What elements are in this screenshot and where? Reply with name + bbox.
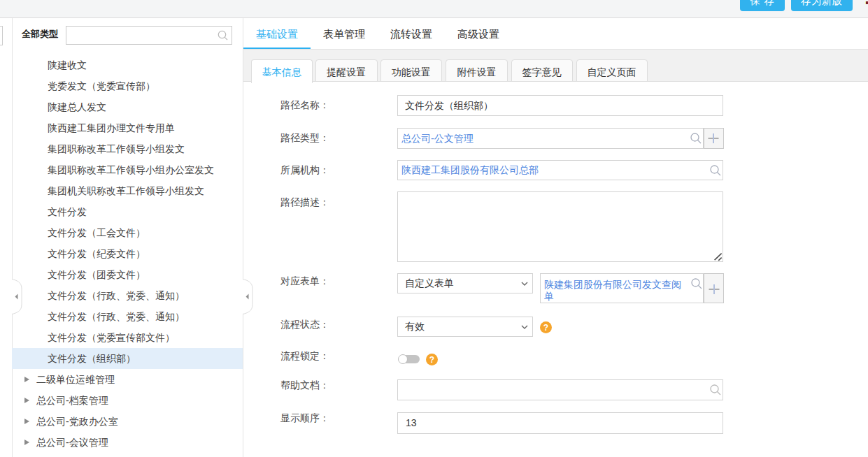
svg-text:?: ? (429, 355, 434, 365)
svg-text:?: ? (543, 323, 548, 333)
